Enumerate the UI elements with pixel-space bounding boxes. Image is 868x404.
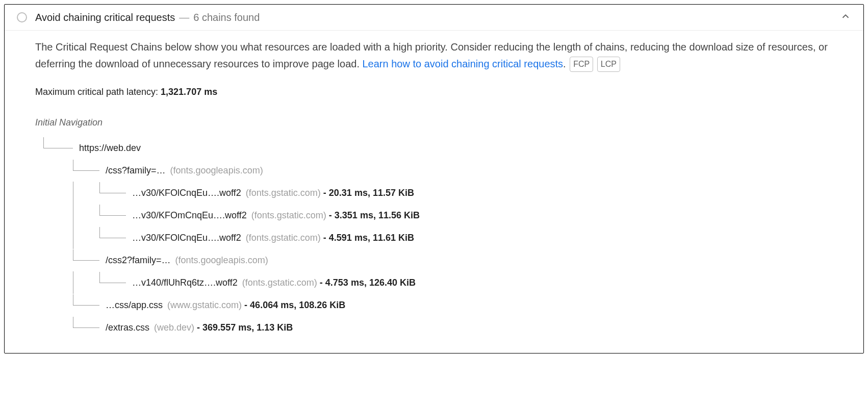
tree-url: /css2?family=… <box>106 255 171 265</box>
tree-origin: (fonts.gstatic.com) <box>251 210 326 220</box>
tree-url: https://web.dev <box>79 137 141 159</box>
tree-stats: - 20.31 ms, 11.57 KiB <box>323 188 414 198</box>
latency-value: 1,321.707 ms <box>161 87 217 97</box>
status-neutral-icon <box>17 12 27 22</box>
tree-origin: (fonts.googleapis.com) <box>170 165 263 175</box>
tree-stats: - 4.591 ms, 11.61 KiB <box>323 233 414 243</box>
audit-card: Avoid chaining critical requests — 6 cha… <box>4 4 864 353</box>
tree-origin: (fonts.gstatic.com) <box>246 188 321 198</box>
request-chain-tree: Initial Navigation https://web.dev /css?… <box>35 112 843 339</box>
fcp-badge: FCP <box>570 57 593 72</box>
tree-node: /css?family=… (fonts.googleapis.com) <box>73 159 843 182</box>
tree-url: …v30/KFOlCnqEu….woff2 <box>132 188 241 198</box>
audit-body: The Critical Request Chains below show y… <box>5 31 863 353</box>
tree-node: …v30/KFOlCnqEu….woff2 (fonts.gstatic.com… <box>99 182 843 204</box>
max-latency: Maximum critical path latency: 1,321.707… <box>35 87 843 97</box>
audit-header[interactable]: Avoid chaining critical requests — 6 cha… <box>5 5 863 31</box>
audit-summary: 6 chains found <box>193 12 260 23</box>
tree-origin: (fonts.googleapis.com) <box>175 255 268 265</box>
description-suffix: . <box>563 58 566 69</box>
tree-node: …v30/KFOlCnqEu….woff2 (fonts.gstatic.com… <box>99 226 843 249</box>
tree-stats: - 46.064 ms, 108.26 KiB <box>244 300 345 310</box>
tree-url: …v30/KFOlCnqEu….woff2 <box>132 233 241 243</box>
collapse-icon[interactable] <box>840 11 851 24</box>
tree-url: …css/app.css <box>106 300 163 310</box>
title-divider: — <box>179 12 189 23</box>
tree-origin: (fonts.gstatic.com) <box>246 233 321 243</box>
learn-more-link[interactable]: Learn how to avoid chaining critical req… <box>363 58 564 69</box>
tree-root-label: Initial Navigation <box>35 112 843 134</box>
tree-node-root: https://web.dev <box>43 137 843 159</box>
tree-url: /extras.css <box>106 322 149 333</box>
audit-description: The Critical Request Chains below show y… <box>35 39 843 72</box>
tree-node: /extras.css (web.dev) - 369.557 ms, 1.13… <box>73 316 843 339</box>
tree-url: …v140/flUhRq6tz….woff2 <box>132 277 238 288</box>
tree-stats: - 4.753 ms, 126.40 KiB <box>320 277 416 288</box>
tree-node: …v140/flUhRq6tz….woff2 (fonts.gstatic.co… <box>99 271 843 294</box>
audit-title: Avoid chaining critical requests <box>35 12 175 23</box>
lcp-badge: LCP <box>597 57 620 72</box>
tree-stats: - 3.351 ms, 11.56 KiB <box>329 210 420 220</box>
tree-node: …v30/KFOmCnqEu….woff2 (fonts.gstatic.com… <box>99 204 843 226</box>
latency-label: Maximum critical path latency: <box>35 87 161 97</box>
tree-url: /css?family=… <box>106 165 166 175</box>
tree-node: /css2?family=… (fonts.googleapis.com) <box>73 249 843 271</box>
tree-stats: - 369.557 ms, 1.13 KiB <box>197 322 293 333</box>
tree-node: …css/app.css (www.gstatic.com) - 46.064 … <box>73 294 843 316</box>
tree-origin: (web.dev) <box>154 322 194 333</box>
tree-origin: (www.gstatic.com) <box>167 300 242 310</box>
tree-origin: (fonts.gstatic.com) <box>242 277 317 288</box>
tree-url: …v30/KFOmCnqEu….woff2 <box>132 210 247 220</box>
